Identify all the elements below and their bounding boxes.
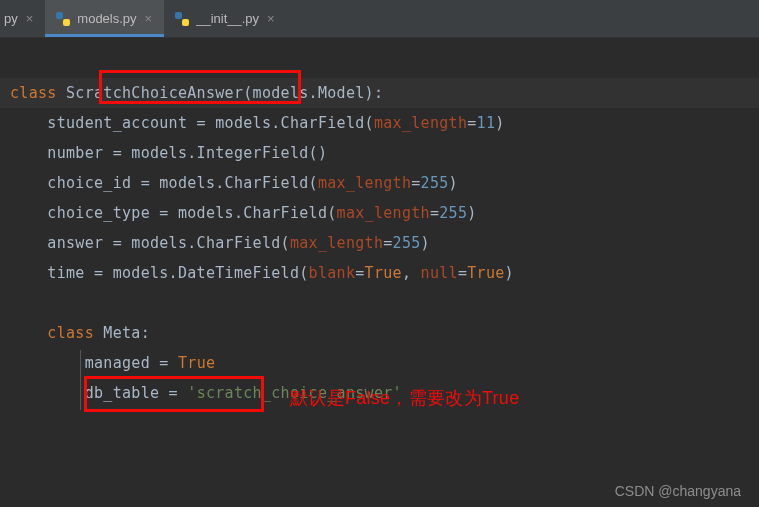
code-editor[interactable]: class ScratchChoiceAnswer(models.Model):… [0,38,759,408]
tab-bar: py × models.py × __init__.py × [0,0,759,38]
param: blank [309,264,356,282]
code-line: managed = True [0,348,759,378]
number: 11 [477,114,496,132]
close-icon[interactable]: × [143,11,155,26]
code-text: ) [495,114,504,132]
op: = [355,264,364,282]
code-text: , [402,264,421,282]
keyword: class [10,84,57,102]
code-text: student_account = models.CharField( [10,114,374,132]
tab-left-partial[interactable]: py × [0,0,45,37]
class-name: Meta [94,324,141,342]
close-icon[interactable]: × [265,11,277,26]
class-name: ScratchChoiceAnswer [57,84,244,102]
python-file-icon [55,11,71,27]
code-text: ) [505,264,514,282]
tab-models[interactable]: models.py × [45,0,164,37]
tab-init[interactable]: __init__.py × [164,0,286,37]
tab-label: __init__.py [196,11,259,26]
param: max_length [290,234,383,252]
param: null [421,264,458,282]
code-text: ) [467,204,476,222]
close-icon[interactable]: × [24,11,36,26]
keyword: class [47,324,94,342]
code-text: (models.Model): [243,84,383,102]
keyword: True [365,264,402,282]
keyword: True [467,264,504,282]
code-line: student_account = models.CharField(max_l… [0,108,759,138]
indent-guide [80,350,81,410]
op: = [383,234,392,252]
op: = [458,264,467,282]
code-text: : [141,324,150,342]
code-line: number = models.IntegerField() [0,138,759,168]
op: = [467,114,476,132]
code-line: class Meta: [0,318,759,348]
python-file-icon [174,11,190,27]
code-line: class ScratchChoiceAnswer(models.Model): [0,78,759,108]
code-text: number = models.IntegerField() [10,144,327,162]
svg-rect-3 [182,19,189,26]
keyword: True [178,354,215,372]
code-text: db_table = [10,384,187,402]
param: max_length [374,114,467,132]
code-text: answer = models.CharField( [10,234,290,252]
op: = [411,174,420,192]
code-text: choice_type = models.CharField( [10,204,337,222]
number: 255 [421,174,449,192]
svg-rect-0 [56,12,63,19]
code-text: ) [449,174,458,192]
svg-rect-2 [175,12,182,19]
param: max_length [337,204,430,222]
param: max_length [318,174,411,192]
number: 255 [393,234,421,252]
code-line: time = models.DateTimeField(blank=True, … [0,258,759,288]
code-text: managed = [10,354,178,372]
svg-rect-1 [63,19,70,26]
code-line: choice_id = models.CharField(max_length=… [0,168,759,198]
code-line: answer = models.CharField(max_length=255… [0,228,759,258]
tab-label: py [4,11,18,26]
op: = [430,204,439,222]
code-text: choice_id = models.CharField( [10,174,318,192]
watermark: CSDN @changyana [615,483,741,499]
code-text: time = models.DateTimeField( [10,264,309,282]
code-line: choice_type = models.CharField(max_lengt… [0,198,759,228]
annotation-text: 默认是False，需要改为True [290,383,519,413]
code-text: ) [421,234,430,252]
number: 255 [439,204,467,222]
tab-label: models.py [77,11,136,26]
code-line-blank [0,288,759,318]
